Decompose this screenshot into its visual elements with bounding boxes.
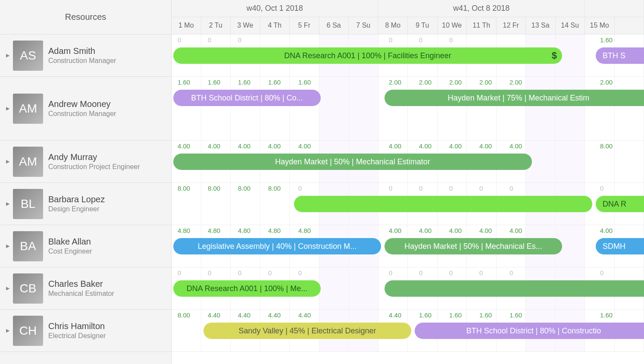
timeline-row: 1.601.601.601.601.602.002.002.002.002.00…: [172, 77, 644, 141]
resize-handle-icon[interactable]: ↔: [319, 94, 321, 102]
hours-cell: 0: [594, 185, 624, 192]
avatar: AS: [13, 41, 43, 71]
task-label: DNA R: [603, 200, 626, 209]
task-bar[interactable]: [294, 196, 592, 212]
task-bar[interactable]: BTH School District | 80% | Co...↔: [173, 90, 321, 106]
day-header-cell[interactable]: 6 Sa: [319, 17, 349, 35]
hours-cell: 4.00: [473, 142, 503, 150]
hours-cell: 4.00: [292, 142, 322, 150]
day-header-cell[interactable]: 11 Th: [467, 17, 497, 35]
task-bar[interactable]: Hayden Market | 50% | Mechanical Es...: [385, 238, 562, 254]
resource-row: ▶ CH Chris Hamilton Electrical Designer: [0, 310, 171, 352]
task-label: DNA Research A001 | 100% | Facilities En…: [284, 51, 451, 60]
avatar: CH: [13, 316, 43, 346]
resource-role: Construction Manager: [48, 110, 116, 118]
resource-row: ▶ BA Blake Allan Cost Engineer: [0, 225, 171, 267]
task-bar[interactable]: Hayden Market | 50% | Mechanical Estimat…: [173, 154, 532, 170]
hours-cell: 0: [383, 36, 413, 44]
hours-cell: 0: [292, 185, 322, 192]
day-header-cell[interactable]: 12 Fr: [497, 17, 526, 35]
hours-cell: [624, 311, 644, 319]
resource-row: ▶ BL Barbara Lopez Design Engineer: [0, 183, 171, 225]
resource-role: Electrical Designer: [48, 332, 106, 340]
hours-cell: 4.00: [413, 227, 443, 234]
task-label: SDMH: [603, 242, 625, 251]
hours-cell: 0: [383, 185, 413, 192]
hours-cell: 4.00: [413, 142, 443, 150]
task-bar[interactable]: DNA Research A001 | 100% | Facilities En…: [173, 47, 562, 64]
resource-name: Blake Allan: [48, 237, 92, 247]
hours-cell: 1.60: [503, 311, 534, 319]
hours-cell: 0: [202, 36, 232, 44]
task-label: BTH School District | 80% | Co...: [191, 94, 303, 103]
hours-cell: [322, 185, 353, 192]
hours-cell: [292, 36, 322, 44]
hours-cell: 0: [292, 269, 322, 276]
hours-cell: [564, 142, 594, 150]
hours-cell: 0: [413, 36, 443, 44]
hours-cell: 4.00: [503, 142, 534, 150]
task-bar[interactable]: Sandy Valley | 45% | Electrical Designer: [203, 323, 411, 339]
week-header-cell: w40, Oct 1 2018: [172, 0, 378, 17]
expand-caret-icon[interactable]: ▶: [6, 106, 9, 111]
expand-caret-icon[interactable]: ▶: [6, 286, 9, 291]
expand-caret-icon[interactable]: ▶: [6, 53, 9, 58]
day-header-cell[interactable]: 4 Th: [260, 17, 290, 35]
hours-cell: [353, 269, 383, 276]
scheduler-grid: Resources ▶ AS Adam Smith Construction M…: [0, 0, 644, 364]
task-bar[interactable]: BTH S: [596, 47, 644, 64]
day-header-cell[interactable]: 1 Mo: [172, 17, 201, 35]
task-bar[interactable]: BTH School District | 80% | Constructio: [415, 323, 644, 339]
hours-cell: [564, 78, 594, 86]
hours-cell: [322, 311, 353, 319]
hours-cell: [322, 269, 353, 276]
resource-name: Andrew Mooney: [48, 99, 116, 109]
resource-row: ▶ AM Andrew Mooney Construction Manager: [0, 77, 171, 141]
expand-caret-icon[interactable]: ▶: [6, 201, 9, 207]
day-header-cell[interactable]: 14 Su: [556, 17, 585, 35]
expand-caret-icon[interactable]: ▶: [6, 328, 9, 333]
hours-cell: [322, 36, 353, 44]
day-header-cell[interactable]: [615, 17, 644, 35]
hours-cell: 8.00: [172, 185, 202, 192]
day-header-cell[interactable]: 2 Tu: [201, 17, 231, 35]
day-header-cell[interactable]: 15 Mo: [585, 17, 615, 35]
task-bar[interactable]: [385, 280, 644, 297]
day-header-cell[interactable]: 13 Sa: [526, 17, 556, 35]
resource-header: Resources: [0, 0, 171, 35]
hours-cell: [624, 36, 644, 44]
hours-cell: 4.80: [232, 227, 262, 234]
task-label: Sandy Valley | 45% | Electrical Designer: [238, 326, 376, 336]
resource-role: Construction Manager: [48, 57, 116, 65]
day-header-cell[interactable]: 5 Fr: [290, 17, 319, 35]
expand-caret-icon[interactable]: ▶: [6, 243, 9, 249]
timeline-row: 8.008.008.008.000000000DNA R: [172, 183, 644, 225]
task-label: Hayden Market | 75% | Mechanical Estim: [448, 94, 589, 103]
hours-cell: 0: [413, 269, 443, 276]
hours-cell: 0: [503, 269, 534, 276]
hours-cell: 4.40: [262, 311, 292, 319]
expand-caret-icon[interactable]: ▶: [6, 159, 9, 164]
task-bar[interactable]: Legislative Assembly | 40% | Constructio…: [173, 238, 381, 254]
task-bar[interactable]: DNA R: [596, 196, 644, 212]
timeline-row: 4.004.004.004.004.004.004.004.004.004.00…: [172, 141, 644, 183]
day-header-cell[interactable]: 7 Su: [349, 17, 378, 35]
task-bar[interactable]: Hayden Market | 75% | Mechanical Estim: [385, 90, 644, 106]
task-label: DNA Research A001 | 100% | Me...: [187, 284, 308, 293]
hours-cell: 4.00: [262, 142, 292, 150]
timeline-row: 8.004.404.404.404.404.401.601.601.601.60…: [172, 310, 644, 352]
resource-row: ▶ CB Charles Baker Mechanical Estimator: [0, 267, 171, 310]
resource-role: Construction Project Engineer: [48, 163, 140, 171]
day-header-cell[interactable]: 3 We: [231, 17, 260, 35]
day-header-cell[interactable]: 9 Tu: [408, 17, 438, 35]
task-bar[interactable]: DNA Research A001 | 100% | Me...: [173, 280, 321, 297]
day-header-cell[interactable]: 10 We: [438, 17, 467, 35]
hours-cell: 0: [443, 269, 473, 276]
task-bar[interactable]: SDMH: [596, 238, 644, 254]
hours-cell: 4.00: [383, 227, 413, 234]
hours-cell: [353, 78, 383, 86]
hours-cell: 4.80: [202, 227, 232, 234]
hours-cell: 0: [503, 185, 534, 192]
day-header-cell[interactable]: 8 Mo: [378, 17, 408, 35]
hours-cell: 1.60: [443, 311, 473, 319]
